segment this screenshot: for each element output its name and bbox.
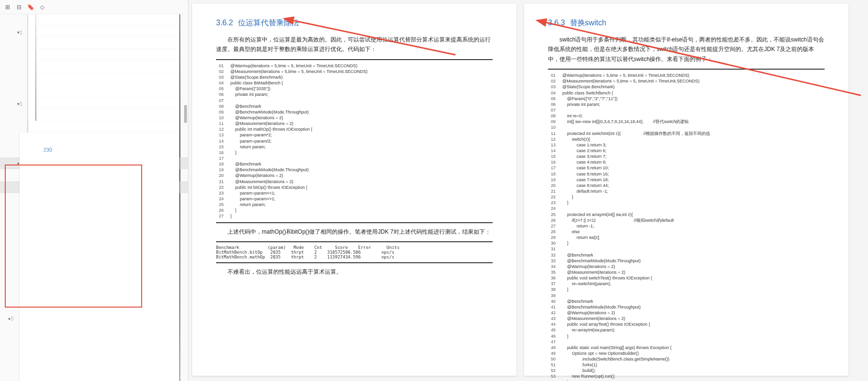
paragraph: 在所有的运算中，位运算是最为高效的。因此，可以尝试使用位运算代替部分算术运算来提…: [216, 35, 493, 54]
expand-icon[interactable]: ⊞: [4, 3, 11, 11]
scrollbar-thumb[interactable]: [184, 105, 187, 123]
bookmark-icon[interactable]: 🔖: [27, 3, 34, 11]
sidebar: ⊞ ⊟ 🔖 ◇ ▯3.3.5 直接访问内存181▾▯3.4 引用类型184▯3.…: [0, 0, 188, 381]
page-right: 3.6.3替换switch switch语句用于多条件判断，其功能类似于if-e…: [524, 4, 848, 376]
bookmark-outline-icon[interactable]: ◇: [38, 3, 46, 11]
code-block: 01@Warmup(iterations = 5,time = 5, timeU…: [216, 59, 493, 223]
bookmark-icon: ▯: [20, 30, 22, 35]
toc-page: 230: [20, 133, 179, 381]
paragraph: 不难看出，位运算的性能远远高于算术运算。: [216, 267, 493, 277]
result-block: Benchmark (param) Mode Cnt Score Error U…: [216, 241, 493, 263]
toolbar: ⊞ ⊟ 🔖 ◇: [0, 0, 188, 14]
paragraph: 上述代码中，mathOp()和bitOp()做了相同的操作。笔者使用JDK 7对…: [216, 227, 493, 237]
bookmark-icon: ▯: [20, 101, 22, 106]
toc-tree[interactable]: ▯3.3.5 直接访问内存181▾▯3.4 引用类型184▯3.4.1 强引用1…: [0, 14, 188, 381]
toc-item[interactable]: ▸▯第4章 并行程序开发及优化230: [0, 312, 188, 324]
document-viewer: 3.6.2位运算代替乘除法 在所有的运算中，位运算是最为高效的。因此，可以尝试使…: [188, 0, 868, 381]
paragraph: switch语句用于多条件判断，其功能类似于if-else语句，两者的性能也差不…: [548, 35, 825, 64]
collapse-icon[interactable]: ⊟: [15, 3, 23, 11]
code-block: 01@Warmup(iterations = 5,time = 5, timeU…: [548, 69, 825, 381]
section-title: 3.6.2位运算代替乘除法: [216, 18, 493, 28]
page-left: 3.6.2位运算代替乘除法 在所有的运算中，位运算是最为高效的。因此，可以尝试使…: [192, 4, 517, 376]
section-title: 3.6.3替换switch: [548, 18, 825, 28]
bookmark-icon: ▯: [11, 316, 14, 321]
